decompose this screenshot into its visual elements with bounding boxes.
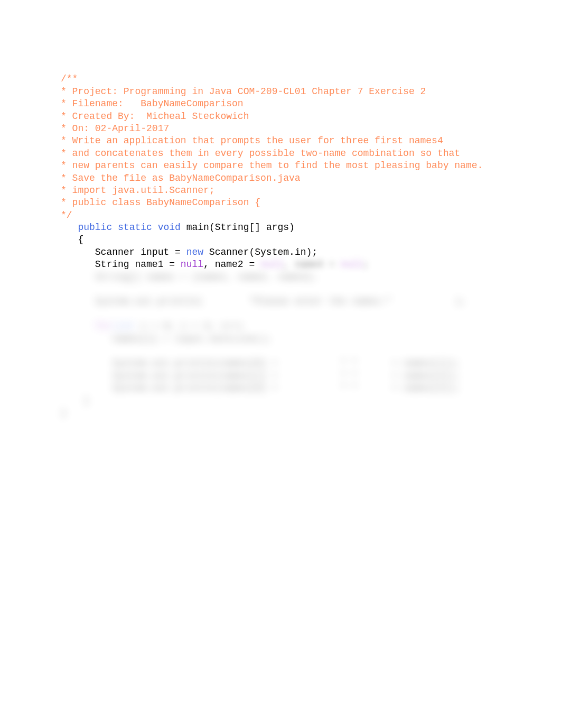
- comment-line: * On: 02-April-2017: [61, 123, 169, 134]
- comment-line: * Created By: Micheal Steckowich: [61, 111, 249, 122]
- keyword-public: public: [78, 222, 112, 233]
- brace-open: {: [61, 234, 83, 245]
- keyword-static: static: [118, 222, 152, 233]
- comment-line: * Save the file as BabyNameComparison.ja…: [61, 173, 301, 183]
- comment-line: * Filename: BabyNameComparison: [61, 98, 244, 109]
- comment-line: * and concatenates them in every possibl…: [61, 148, 460, 159]
- comment-line: * public class BabyNameComparison {: [61, 197, 260, 208]
- comment-line: */: [61, 210, 72, 220]
- keyword-new: new: [186, 247, 203, 257]
- string-declaration-line: String name1 = null, name2 = null, name3…: [61, 259, 369, 270]
- comment-line: * new parents can easily compare them to…: [61, 160, 483, 171]
- comment-line: * Project: Programming in Java COM-209-C…: [61, 86, 426, 97]
- comment-line: * import java.util.Scanner;: [61, 185, 215, 196]
- code-block: /** * Project: Programming in Java COM-2…: [61, 61, 500, 432]
- null-keyword: null: [181, 259, 203, 270]
- blurred-code-section: String[] names = {name1, name2, name3}; …: [61, 271, 500, 420]
- method-signature: public static void main(String[] args): [61, 222, 295, 233]
- comment-line: /**: [61, 73, 78, 84]
- keyword-void: void: [158, 222, 181, 233]
- comment-line: * Write an application that prompts the …: [61, 135, 443, 146]
- scanner-line: Scanner input = new Scanner(System.in);: [61, 247, 317, 257]
